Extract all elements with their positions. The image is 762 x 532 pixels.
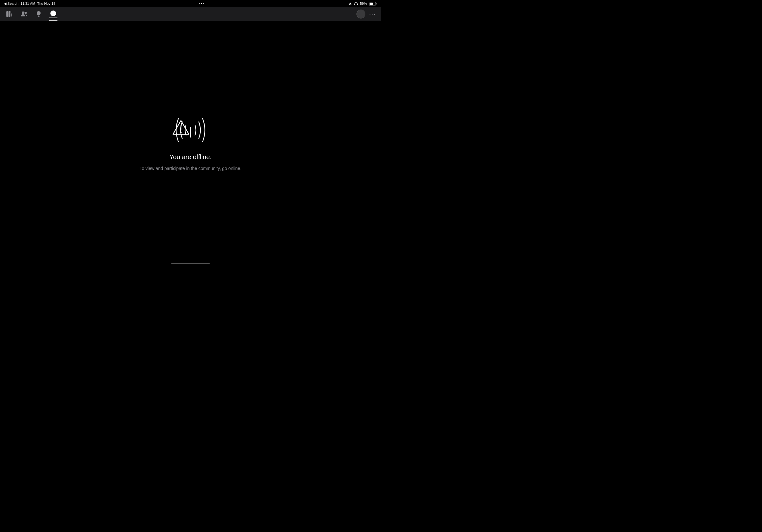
- status-bar-right: 59%: [348, 2, 377, 5]
- svg-marker-0: [349, 2, 352, 5]
- more-menu-button[interactable]: ···: [369, 11, 376, 18]
- status-bar-left: ◀ Search 11:31 AM Thu Nov 18: [4, 2, 55, 6]
- svg-point-3: [22, 12, 24, 14]
- svg-point-4: [25, 12, 27, 14]
- battery-icon: [369, 2, 377, 5]
- nav-bar: ···: [0, 7, 381, 21]
- offline-icon: [165, 110, 216, 148]
- status-date: Thu Nov 18: [37, 2, 55, 5]
- headphones-icon: [354, 2, 358, 5]
- offline-container: You are offline. To view and participate…: [139, 110, 242, 171]
- status-bar-center: •••: [199, 2, 204, 5]
- navigation-icon: [348, 2, 352, 5]
- status-bar: ◀ Search 11:31 AM Thu Nov 18 ••• 59%: [0, 0, 381, 7]
- community-icon[interactable]: [49, 10, 57, 18]
- tab-social[interactable]: [20, 7, 28, 21]
- back-button[interactable]: ◀ Search: [4, 2, 19, 6]
- library-icon[interactable]: [5, 10, 13, 18]
- offline-subtitle: To view and participate in the community…: [139, 166, 242, 171]
- main-content: You are offline. To view and participate…: [0, 21, 381, 260]
- nav-right: ···: [356, 10, 376, 19]
- home-indicator: [171, 263, 210, 264]
- tab-library[interactable]: [5, 7, 13, 21]
- svg-rect-2: [9, 12, 10, 17]
- offline-title: You are offline.: [170, 154, 211, 161]
- discover-icon[interactable]: [35, 10, 43, 18]
- tab-community[interactable]: [49, 7, 57, 21]
- tab-discover[interactable]: [35, 7, 43, 21]
- social-icon[interactable]: [20, 10, 28, 18]
- avatar[interactable]: [356, 10, 365, 19]
- status-dots: •••: [199, 2, 204, 5]
- battery-percent: 59%: [360, 2, 367, 5]
- nav-tabs: [5, 7, 57, 21]
- status-time: 11:31 AM: [21, 2, 35, 5]
- svg-rect-1: [7, 12, 8, 17]
